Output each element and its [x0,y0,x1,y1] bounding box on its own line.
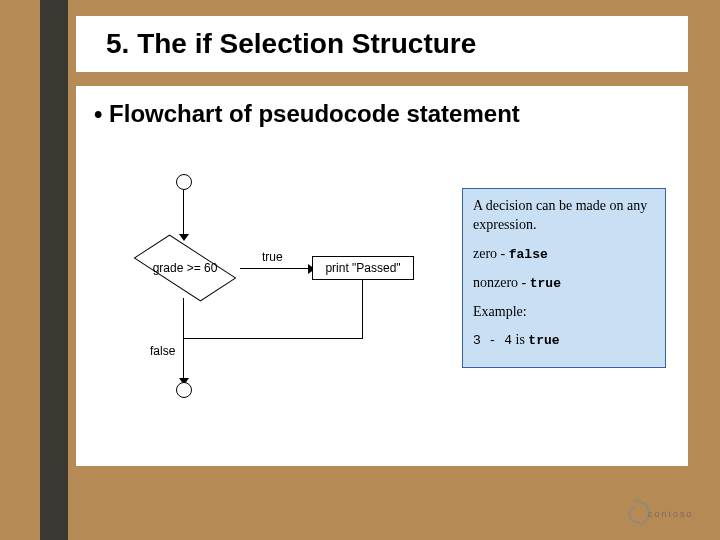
example-label: Example: [473,303,655,322]
example-is: is [512,332,528,347]
action-label: print "Passed" [325,261,400,275]
decision-label: grade >= 60 [153,261,218,275]
left-dark-strip [40,0,68,540]
flowchart-line [183,190,184,238]
logo-text: contoso [648,509,694,519]
flowchart-line [240,268,312,269]
info-nonzero-line: nonzero - true [473,274,655,293]
info-line-1: A decision can be made on any expression… [473,197,655,235]
flowchart-decision: grade >= 60 [130,238,240,298]
bullet-text: • Flowchart of pseudocode statement [94,100,670,128]
dash: - [518,275,530,290]
flowchart-start [176,174,192,190]
slide-title: 5. The if Selection Structure [106,28,476,60]
info-zero-line: zero - false [473,245,655,264]
example-expr: 3 - 4 [473,333,512,348]
example-line: 3 - 4 is true [473,331,655,350]
flowchart-action: print "Passed" [312,256,414,280]
false-word: false [509,247,548,262]
dash: - [497,246,509,261]
figure-area: grade >= 60 true print "Passed" false A … [90,168,676,418]
flowchart-line [183,298,184,382]
info-box: A decision can be made on any expression… [462,188,666,368]
brand-logo: contoso [614,500,704,530]
flowchart-line [362,280,363,338]
true-label: true [262,250,283,264]
false-label: false [150,344,175,358]
flowchart-line [184,338,363,339]
title-bar: 5. The if Selection Structure [76,16,688,72]
nonzero-word: nonzero [473,275,518,290]
true-word: true [530,276,561,291]
example-result: true [528,333,559,348]
zero-word: zero [473,246,497,261]
flowchart-end [176,382,192,398]
flowchart: grade >= 60 true print "Passed" false [90,168,450,418]
